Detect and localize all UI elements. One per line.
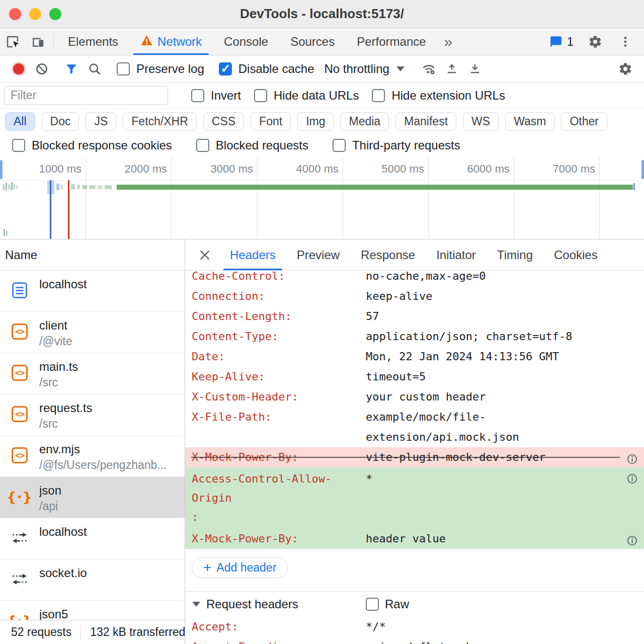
inspect-element-icon[interactable]: [0, 28, 25, 55]
blocked-response-cookies-checkbox[interactable]: Blocked response cookies: [8, 138, 176, 152]
request-headers-section-header[interactable]: Request headers Raw: [185, 592, 644, 617]
tab-performance[interactable]: Performance: [346, 28, 437, 55]
request-row[interactable]: <>client/@vite: [0, 312, 185, 353]
throttling-dropdown[interactable]: No throttling: [318, 62, 410, 76]
header-name-text[interactable]: Access-Control-Allow-Origin: [192, 469, 366, 508]
settings-gear-icon[interactable]: [583, 35, 608, 49]
waterfall-bar: [89, 185, 96, 189]
request-path: /src: [39, 415, 182, 432]
header-name: Cache-Control:: [192, 271, 366, 286]
clear-network-log-button[interactable]: [30, 58, 53, 80]
info-icon[interactable]: [626, 471, 638, 491]
header-value[interactable]: *: [366, 469, 644, 527]
chip-all[interactable]: All: [5, 112, 35, 131]
info-icon[interactable]: [626, 533, 638, 553]
request-row[interactable]: <>main.ts/src: [0, 353, 185, 394]
request-row[interactable]: <>request.ts/src: [0, 394, 185, 436]
chip-manifest[interactable]: Manifest: [395, 112, 456, 131]
console-messages-button[interactable]: 1: [545, 35, 578, 49]
checkbox-unchecked[interactable]: [191, 89, 204, 102]
export-har-icon[interactable]: [440, 58, 463, 80]
header-value: keep-alive: [366, 286, 644, 306]
add-header-button[interactable]: + Add header: [192, 557, 288, 578]
raw-checkbox[interactable]: Raw: [366, 597, 409, 611]
checkbox-unchecked[interactable]: [12, 139, 25, 152]
search-icon[interactable]: [83, 58, 106, 80]
chip-doc[interactable]: Doc: [42, 112, 79, 131]
checkbox-unchecked[interactable]: [254, 89, 267, 102]
chip-other[interactable]: Other: [561, 112, 607, 131]
details-tab-cookies[interactable]: Cookies: [543, 239, 608, 270]
details-tab-headers[interactable]: Headers: [219, 239, 286, 270]
overview-right-handle[interactable]: [641, 160, 644, 179]
import-har-icon[interactable]: [463, 58, 487, 80]
minimize-window-button[interactable]: [29, 8, 41, 20]
name-column-header[interactable]: Name: [0, 239, 185, 271]
script-icon: <>: [12, 447, 28, 463]
chip-js[interactable]: JS: [86, 112, 116, 131]
close-details-icon[interactable]: [190, 239, 219, 270]
tab-sources[interactable]: Sources: [279, 28, 346, 55]
header-name[interactable]: Access-Control-Allow-Origin:: [192, 469, 366, 527]
throttling-value: No throttling: [324, 62, 389, 76]
close-window-button[interactable]: [9, 8, 21, 20]
request-count: 52 requests: [11, 625, 71, 639]
filter-funnel-icon[interactable]: [60, 58, 83, 80]
chip-fetch-xhr[interactable]: Fetch/XHR: [123, 112, 196, 131]
request-row[interactable]: {·}json/api: [0, 477, 185, 518]
checkbox-checked[interactable]: [219, 62, 232, 75]
hide-extension-urls-checkbox[interactable]: Hide extension URLs: [368, 89, 509, 103]
disable-cache-checkbox[interactable]: Disable cache: [215, 62, 318, 76]
plus-icon: +: [203, 560, 211, 575]
chip-css[interactable]: CSS: [203, 112, 244, 131]
checkbox-unchecked[interactable]: [372, 89, 385, 102]
transferred-size: 132 kB transferred: [90, 625, 185, 639]
request-row[interactable]: <>env.mjs/@fs/Users/pengzhanb...: [0, 436, 185, 477]
network-conditions-icon[interactable]: [417, 58, 440, 80]
third-party-requests-checkbox[interactable]: Third-party requests: [329, 138, 464, 152]
waterfall-bar: [6, 230, 8, 236]
checkbox-unchecked[interactable]: [333, 139, 346, 152]
details-tab-initiator[interactable]: Initiator: [426, 239, 487, 270]
header-name[interactable]: X-Mock-Power-By:: [192, 447, 366, 467]
tab-label: Elements: [68, 35, 118, 49]
header-name: Accept-Encoding:: [192, 637, 366, 644]
chip-media[interactable]: Media: [340, 112, 389, 131]
checkbox-unchecked[interactable]: [196, 139, 209, 152]
chip-wasm[interactable]: Wasm: [505, 112, 554, 131]
checkbox-unchecked[interactable]: [366, 598, 379, 611]
chip-font[interactable]: Font: [251, 112, 291, 131]
request-row[interactable]: localhost: [0, 271, 185, 312]
details-tab-preview[interactable]: Preview: [286, 239, 350, 270]
tab-console[interactable]: Console: [213, 28, 279, 55]
chip-img[interactable]: Img: [297, 112, 334, 131]
record-network-log-button[interactable]: [7, 58, 30, 80]
hide-data-urls-checkbox[interactable]: Hide data URLs: [250, 89, 363, 103]
chip-ws[interactable]: WS: [463, 112, 499, 131]
network-overview-timeline[interactable]: 1000 ms2000 ms3000 ms4000 ms5000 ms6000 …: [0, 157, 644, 239]
invert-checkbox[interactable]: Invert: [187, 89, 245, 103]
request-row[interactable]: socket.io: [0, 559, 185, 601]
header-name[interactable]: X-Mock-Power-By:: [192, 529, 366, 549]
blocked-requests-checkbox[interactable]: Blocked requests: [192, 138, 312, 152]
waterfall-bar: [71, 184, 75, 189]
filter-input[interactable]: [4, 86, 168, 105]
overview-left-handle[interactable]: [0, 160, 3, 179]
header-value[interactable]: header value: [366, 529, 644, 549]
preserve-log-checkbox[interactable]: Preserve log: [113, 62, 208, 76]
network-settings-gear-icon[interactable]: [614, 58, 637, 80]
tab-network[interactable]: Network: [129, 28, 213, 55]
details-tab-response[interactable]: Response: [350, 239, 426, 270]
details-tab-timing[interactable]: Timing: [487, 239, 543, 270]
request-row[interactable]: localhost: [0, 518, 185, 559]
invert-label: Invert: [211, 89, 241, 103]
kebab-menu-icon[interactable]: [613, 35, 638, 49]
tab-elements[interactable]: Elements: [57, 28, 129, 55]
maximize-window-button[interactable]: [49, 8, 61, 20]
timeline-tick-label: 5000 ms: [382, 163, 424, 176]
checkbox-unchecked[interactable]: [117, 62, 130, 75]
network-status-bar: 52 requests 132 kB transferred: [0, 620, 185, 644]
device-toolbar-icon[interactable]: [25, 28, 50, 55]
timeline-tick-label: 4000 ms: [296, 163, 339, 176]
more-tabs-button[interactable]: »: [437, 28, 460, 55]
